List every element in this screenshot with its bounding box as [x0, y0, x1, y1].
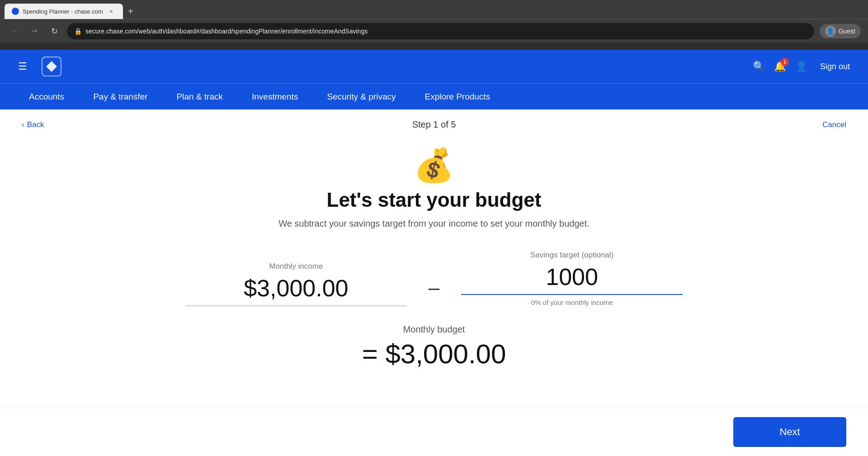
result-value: = $3,000.00: [362, 338, 506, 370]
tab-title: Spending Planner - chase.com: [23, 8, 103, 15]
page-subtitle: We subtract your savings target from you…: [278, 218, 590, 229]
nav-item-investments[interactable]: Investments: [237, 84, 312, 110]
budget-amount: $3,000.00: [385, 339, 506, 369]
nav-item-security-privacy[interactable]: Security & privacy: [312, 84, 410, 110]
search-button[interactable]: 🔍: [753, 61, 765, 72]
budget-input-row: Monthly income – Savings target (optiona…: [185, 251, 683, 306]
account-button[interactable]: 👤: [795, 61, 807, 72]
forward-nav-button[interactable]: →: [27, 24, 42, 38]
savings-hint: 0% of your monthly income: [461, 299, 683, 306]
equals-symbol: =: [362, 339, 378, 369]
savings-target-group: Savings target (optional) 0% of your mon…: [461, 251, 683, 306]
monthly-income-label: Monthly income: [185, 262, 407, 271]
cancel-button[interactable]: Cancel: [822, 120, 846, 129]
new-tab-button[interactable]: +: [123, 4, 138, 19]
main-navigation: Accounts Pay & transfer Plan & track Inv…: [0, 83, 868, 109]
browser-chrome: Spending Planner - chase.com × + ← → ↻ 🔒…: [0, 0, 868, 50]
monthly-income-input[interactable]: [185, 275, 407, 306]
nav-item-plan-track[interactable]: Plan & track: [162, 84, 237, 110]
address-bar[interactable]: 🔒 secure.chase.com/web/auth/dashboard#/d…: [67, 23, 814, 39]
chase-logo: [42, 57, 61, 76]
browser-tab-active[interactable]: Spending Planner - chase.com ×: [5, 4, 123, 19]
browser-tabs: Spending Planner - chase.com × +: [0, 0, 868, 19]
profile-icon: 👤: [825, 26, 836, 37]
address-text: secure.chase.com/web/auth/dashboard#/das…: [85, 28, 807, 35]
result-label: Monthly budget: [403, 324, 465, 335]
signout-button[interactable]: Sign out: [816, 62, 854, 71]
back-button[interactable]: ‹ Back: [22, 120, 44, 129]
browser-toolbar: ← → ↻ 🔒 secure.chase.com/web/auth/dashbo…: [0, 19, 868, 43]
budget-icon: 💰: [414, 149, 454, 181]
page-footer: Next: [0, 408, 868, 456]
header-icons: 🔍 🔔 1 👤 Sign out: [753, 61, 854, 72]
next-button[interactable]: Next: [733, 417, 846, 447]
back-label: Back: [27, 120, 44, 129]
nav-item-accounts[interactable]: Accounts: [14, 84, 79, 110]
chase-header: ☰ 🔍 🔔 1 👤 Sign out: [0, 50, 868, 83]
nav-item-explore-products[interactable]: Explore Products: [410, 84, 505, 110]
savings-target-label: Savings target (optional): [461, 251, 683, 260]
page-title: Let's start your budget: [327, 189, 542, 211]
step-bar: ‹ Back Step 1 of 5 Cancel: [0, 109, 868, 140]
back-nav-button[interactable]: ←: [7, 24, 22, 38]
tab-favicon: [12, 8, 19, 15]
reload-button[interactable]: ↻: [47, 24, 61, 38]
savings-target-input[interactable]: [461, 263, 683, 295]
back-chevron-icon: ‹: [22, 120, 24, 129]
tab-close-button[interactable]: ×: [107, 7, 116, 16]
notifications-button[interactable]: 🔔 1: [774, 61, 786, 72]
hamburger-menu-button[interactable]: ☰: [14, 58, 31, 75]
page-content: ‹ Back Step 1 of 5 Cancel 💰 Let's start …: [0, 109, 868, 440]
monthly-income-group: Monthly income: [185, 262, 407, 306]
profile-button[interactable]: 👤 Guest: [820, 24, 861, 38]
lock-icon: 🔒: [74, 28, 82, 35]
minus-symbol: –: [429, 276, 439, 306]
monthly-budget-result: Monthly budget = $3,000.00: [362, 324, 506, 370]
notification-badge: 1: [781, 58, 789, 66]
main-section: 💰 Let's start your budget We subtract yo…: [0, 140, 868, 388]
step-indicator: Step 1 of 5: [412, 119, 456, 130]
profile-label: Guest: [839, 28, 855, 35]
nav-item-pay-transfer[interactable]: Pay & transfer: [79, 84, 162, 110]
